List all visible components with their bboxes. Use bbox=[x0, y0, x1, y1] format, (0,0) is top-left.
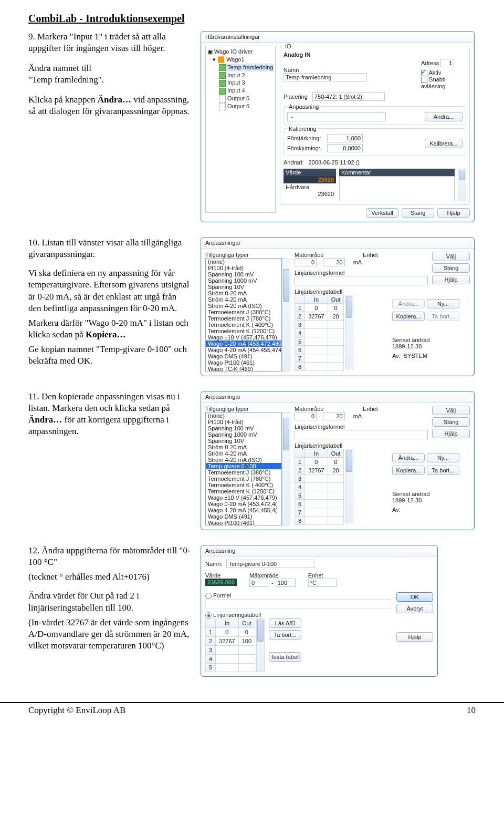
list-item[interactable]: Ström 4-20 mA (ISO) bbox=[206, 303, 281, 309]
list-item[interactable]: (none) bbox=[206, 413, 281, 419]
list-item[interactable]: Termoelement J (780°C) bbox=[206, 476, 281, 482]
list-item[interactable]: Wago DMS (491) bbox=[206, 353, 281, 359]
new-button[interactable]: Ny... bbox=[427, 453, 459, 462]
select-button[interactable]: Välj bbox=[432, 406, 470, 415]
close-button[interactable]: Stäng bbox=[432, 417, 470, 427]
calibrate-button[interactable]: Kalibrera... bbox=[425, 139, 463, 148]
close-button[interactable]: Stäng bbox=[432, 263, 470, 273]
list-item[interactable]: Termoelement J (780°C) bbox=[206, 315, 281, 322]
list-item[interactable]: Pt100 (4-tråd) bbox=[206, 265, 281, 271]
read-ad-button[interactable]: Läs A/D bbox=[269, 618, 301, 628]
value-header: Värde bbox=[284, 169, 336, 176]
list-item[interactable]: Temp-givare 0-100 bbox=[206, 463, 281, 469]
name-input[interactable]: Temp-givare 0-100 bbox=[226, 560, 314, 568]
help-button[interactable]: Hjälp bbox=[432, 275, 470, 284]
list-item[interactable]: Wago 4-20 mA (454,455,474) bbox=[206, 347, 281, 353]
list-item[interactable]: Termoelement J (380°C) bbox=[206, 469, 281, 476]
apply-button[interactable]: Verkställ bbox=[366, 208, 398, 218]
device-tree[interactable]: ▣ Wago IO driver ▾ 🟧 Wago1 Temp framledn… bbox=[205, 46, 276, 213]
list-item[interactable]: Spänning 1000 mV bbox=[206, 431, 281, 438]
edit-button[interactable]: Ändra... bbox=[392, 453, 425, 462]
list-item[interactable]: Wago TC-K (469) bbox=[206, 366, 281, 372]
help-button[interactable]: Hjälp bbox=[396, 632, 433, 642]
list-item[interactable]: Wago 0-20 mA (453,472,480) bbox=[206, 341, 281, 347]
tree-item[interactable]: Input 4 bbox=[219, 87, 274, 95]
new-button[interactable]: Ny... bbox=[427, 299, 459, 308]
list-item[interactable]: Spänning 10V bbox=[206, 284, 281, 290]
list-item[interactable]: (none) bbox=[206, 259, 281, 265]
tree-item[interactable]: Temp framledning bbox=[219, 64, 274, 71]
fast-read-checkbox[interactable] bbox=[421, 77, 427, 83]
linearization-table[interactable]: InOut 100 23276720 3 4 5 6 7 8 bbox=[295, 449, 344, 525]
list-item[interactable]: Spänning 1000 mV bbox=[206, 277, 281, 284]
tree-item[interactable]: Input 3 bbox=[219, 79, 274, 87]
change-button[interactable]: Ändra... bbox=[425, 112, 463, 121]
linearization-table[interactable]: InOut 100 23276720 3 4 5 6 7 8 bbox=[295, 295, 344, 371]
help-button[interactable]: Hjälp bbox=[432, 429, 470, 438]
types-listbox[interactable]: (none)Pt100 (4-tråd)Spänning 100 mVSpänn… bbox=[205, 258, 282, 372]
list-item[interactable]: Wago ±10 V (457,476,479) bbox=[206, 334, 281, 341]
tree-item[interactable]: Input 2 bbox=[219, 71, 274, 79]
unit-input[interactable]: °C bbox=[308, 579, 337, 587]
cancel-button[interactable]: Avbryt bbox=[396, 604, 433, 613]
list-item[interactable]: Pt100 (4-tråd) bbox=[206, 419, 281, 425]
help-button[interactable]: Hjälp bbox=[437, 208, 470, 218]
list-item[interactable]: Ström 0-20 mA bbox=[206, 290, 281, 296]
table-radio[interactable] bbox=[205, 612, 212, 618]
range-high-input[interactable]: 100 bbox=[276, 579, 296, 587]
comment-input[interactable] bbox=[339, 176, 455, 201]
scrollbar[interactable] bbox=[345, 449, 353, 523]
delete-button[interactable]: Ta bort... bbox=[427, 466, 459, 475]
copy-button[interactable]: Kopiera... bbox=[392, 312, 425, 321]
list-item[interactable]: Ström 4-20 mA bbox=[206, 296, 281, 303]
list-item[interactable]: Wago 0-20 mA (453,472,4( bbox=[206, 501, 281, 507]
list-item[interactable]: Wago Pt100 (461) bbox=[206, 359, 281, 366]
list-item[interactable]: Wago ±10 V (457,476,479) bbox=[206, 494, 281, 501]
list-item[interactable]: Spänning 100 mV bbox=[206, 271, 281, 277]
active-checkbox[interactable] bbox=[421, 70, 427, 76]
offset-input[interactable]: 0,0000 bbox=[327, 144, 363, 152]
scrollbar[interactable] bbox=[458, 169, 466, 201]
list-item[interactable]: Ström 4-20 mA (ISO) bbox=[206, 457, 281, 463]
range-high: 20 bbox=[323, 258, 345, 266]
types-listbox[interactable]: (none)Pt100 (4-tråd)Spänning 100 mVSpänn… bbox=[205, 412, 282, 525]
list-item[interactable]: Wago DMS (491) bbox=[206, 513, 281, 520]
close-button[interactable]: Stäng bbox=[402, 208, 434, 218]
scrollbar[interactable] bbox=[282, 412, 290, 525]
linearization-table[interactable]: InOut 100 232767100 3 4 5 bbox=[205, 618, 255, 672]
scrollbar[interactable] bbox=[282, 258, 290, 372]
list-item[interactable]: Termoelement J (380°C) bbox=[206, 309, 281, 315]
page-number: 10 bbox=[467, 705, 476, 716]
changed-value: 2008-06-25 11:02 () bbox=[309, 159, 360, 166]
list-item[interactable]: Termoelement K (1200°C) bbox=[206, 488, 281, 494]
list-item[interactable]: Ström 0-20 mA bbox=[206, 444, 281, 450]
adaptations-dialog: Anpassningar Tillgängliga typer (none)Pt… bbox=[201, 237, 475, 376]
table-label: Linjäriseringstabell bbox=[213, 612, 261, 618]
scrollbar[interactable] bbox=[256, 618, 265, 672]
delete-button[interactable]: Ta bort... bbox=[269, 630, 301, 640]
placement-select[interactable]: 750-472: 1 (Slot 2) bbox=[312, 92, 385, 101]
adaptation-display: - bbox=[287, 112, 386, 121]
list-item[interactable]: Spänning 100 mV bbox=[206, 425, 281, 431]
formula-radio[interactable] bbox=[205, 593, 212, 599]
scrollbar[interactable] bbox=[345, 295, 353, 369]
range-low-input[interactable]: 0 bbox=[249, 579, 269, 587]
list-item[interactable]: Termoelement K (1200°C) bbox=[206, 328, 281, 334]
list-item[interactable]: Spänning 10V bbox=[206, 438, 281, 444]
list-item[interactable]: Termoelement K ( 400°C) bbox=[206, 322, 281, 328]
copy-button[interactable]: Kopiera... bbox=[392, 466, 425, 475]
address-input[interactable]: 1 bbox=[440, 59, 454, 67]
select-button[interactable]: Välj bbox=[432, 252, 470, 261]
formula-label: Formel bbox=[213, 592, 231, 599]
ok-button[interactable]: OK bbox=[396, 592, 433, 602]
name-label: Namn: bbox=[205, 561, 222, 567]
list-item[interactable]: Termoelement K ( 400°C) bbox=[206, 482, 281, 488]
name-input[interactable]: Temp framledning bbox=[284, 73, 366, 81]
list-item[interactable]: Wago 4-20 mA (454,455,4( bbox=[206, 507, 281, 513]
gain-input[interactable]: 1,000 bbox=[327, 134, 363, 142]
list-item[interactable]: Ström 4-20 mA bbox=[206, 450, 281, 457]
test-table-button[interactable]: Testa tabell bbox=[269, 652, 301, 662]
tree-item[interactable]: Output 6 bbox=[219, 102, 274, 110]
tree-item[interactable]: Output 5 bbox=[219, 95, 274, 102]
list-item[interactable]: Wago Pt100 (461) bbox=[206, 520, 281, 525]
